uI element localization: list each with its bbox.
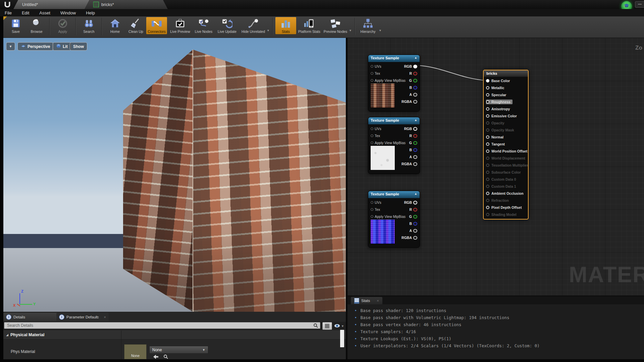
toolbar-save[interactable]: Save (5, 17, 26, 34)
property-matrix-button[interactable] (322, 322, 332, 330)
input-pin-uvs[interactable]: UVs (371, 126, 381, 131)
toolbar-home[interactable]: Home (105, 17, 125, 34)
close-icon[interactable]: × (377, 299, 379, 303)
material-pin-subsurface-color[interactable]: Subsurface Color (486, 169, 523, 176)
material-pin-custom-data-0[interactable]: Custom Data 0 (486, 176, 518, 183)
toolbar-clean-up[interactable]: Clean Up (125, 17, 146, 34)
chevron-down-icon[interactable]: ▾ (379, 22, 381, 32)
input-pin-apply-view-mipbias[interactable]: Apply View MipBias (371, 78, 406, 83)
texture-sample-node-bricks[interactable]: Texture Sample▲UVsTexApply View MipBiasR… (368, 55, 420, 112)
output-pin-r[interactable]: R (409, 71, 417, 76)
collapse-icon[interactable]: ▲ (414, 56, 417, 59)
stats-tab[interactable]: Stats × (351, 297, 382, 304)
section-physical-material[interactable]: ◢ Physical Material (3, 330, 346, 340)
material-pin-world-position-offset[interactable]: World Position Offset (486, 147, 529, 155)
toolbar-live-update[interactable]: Live Update (214, 17, 240, 34)
output-pin-rgba[interactable]: RGBA (401, 161, 417, 167)
collapse-icon[interactable]: ▲ (414, 192, 417, 195)
lit-button[interactable]: Lit (53, 42, 71, 51)
collapse-icon[interactable]: ▲ (414, 118, 417, 122)
menu-edit[interactable]: Edit (22, 10, 29, 15)
output-pin-rgba[interactable]: RGBA (401, 99, 417, 104)
material-pin-ambient-occlusion[interactable]: Ambient Occlusion (486, 190, 526, 197)
output-pin-b[interactable]: B (409, 85, 417, 90)
phys-material-dropdown[interactable]: None ▼ (149, 346, 208, 354)
input-pin-tex[interactable]: Tex (371, 133, 380, 138)
menu-window[interactable]: Window (60, 10, 76, 15)
tab-details[interactable]: i Details × (3, 313, 61, 321)
output-pin-g[interactable]: G (409, 140, 417, 145)
material-pin-custom-data-1[interactable]: Custom Data 1 (486, 183, 518, 190)
window-tab-bricks[interactable]: bricks* (85, 0, 168, 9)
output-pin-a[interactable]: A (409, 228, 417, 233)
toolbar-hierarchy[interactable]: Hierarchy (358, 17, 378, 34)
viewport-options-dropdown[interactable]: ▼ (6, 42, 15, 51)
toolbar-search[interactable]: Search (78, 17, 99, 34)
node-header[interactable]: Texture Sample▲ (368, 117, 420, 124)
material-pin-anisotropy[interactable]: Anisotropy (486, 105, 512, 112)
material-result-node-bricks[interactable]: bricks Base ColorMetallicSpecularRoughne… (483, 70, 529, 220)
menu-file[interactable]: File (5, 10, 12, 15)
material-pin-base-color[interactable]: Base Color (486, 77, 512, 84)
output-pin-g[interactable]: G (409, 214, 417, 219)
toolbar-platform-stats[interactable]: Platform Stats (296, 17, 322, 34)
toolbar-live-nodes[interactable]: Live Nodes (193, 17, 214, 34)
chevron-down-icon[interactable]: ▾ (267, 22, 269, 32)
input-pin-uvs[interactable]: UVs (371, 64, 381, 69)
material-pin-refraction[interactable]: Refraction (486, 197, 511, 204)
node-header[interactable]: bricks (484, 70, 528, 77)
texture-sample-node-normal[interactable]: Texture Sample▲UVsTexApply View MipBiasR… (368, 191, 420, 248)
phys-material-thumbnail[interactable]: None (124, 344, 147, 359)
node-header[interactable]: Texture Sample▲ (368, 55, 420, 62)
material-pin-opacity[interactable]: Opacity (486, 119, 506, 126)
input-pin-tex[interactable]: Tex (371, 207, 380, 212)
output-pin-rgba[interactable]: RGBA (401, 235, 417, 240)
panel-splitter[interactable] (346, 38, 347, 359)
material-pin-specular[interactable]: Specular (486, 91, 508, 98)
output-pin-rgb[interactable]: RGB (404, 200, 417, 205)
menu-asset[interactable]: Asset (39, 10, 50, 15)
perspective-button[interactable]: Perspective (17, 42, 53, 51)
toolbar-browse[interactable]: Browse (26, 17, 47, 34)
input-pin-tex[interactable]: Tex (371, 71, 380, 76)
view-options-button[interactable]: ▼ (334, 323, 344, 329)
output-pin-rgb[interactable]: RGB (404, 126, 417, 131)
material-pin-emissive-color[interactable]: Emissive Color (486, 112, 519, 119)
toolbar-preview-nodes[interactable]: Preview Nodes (322, 17, 348, 34)
column-divider[interactable] (121, 330, 121, 359)
material-pin-roughness[interactable]: Roughness (486, 98, 513, 105)
preview-viewport[interactable]: ▼ Perspective Lit Show Z Y X (3, 38, 346, 312)
output-pin-a[interactable]: A (409, 92, 417, 97)
chevron-down-icon[interactable]: ▾ (350, 22, 351, 32)
tab-parameter-defaults[interactable]: i Parameter Defaults × (56, 313, 109, 321)
toolbar-live-preview[interactable]: Live Preview (167, 17, 193, 34)
output-pin-r[interactable]: R (409, 133, 417, 138)
material-pin-metallic[interactable]: Metallic (486, 84, 506, 91)
node-header[interactable]: Texture Sample▲ (368, 191, 420, 198)
material-pin-tessellation-multiplier[interactable]: Tessellation Multiplier (486, 162, 530, 169)
material-pin-opacity-mask[interactable]: Opacity Mask (486, 126, 516, 133)
minimize-button[interactable]: — (635, 1, 644, 8)
material-graph-panel[interactable]: MATERIAL Zo bricks Base ColorMetallicSpe… (347, 38, 644, 296)
show-button[interactable]: Show (70, 42, 87, 51)
material-pin-world-displacement[interactable]: World Displacement (486, 155, 527, 162)
output-pin-a[interactable]: A (409, 154, 417, 160)
input-pin-apply-view-mipbias[interactable]: Apply View MipBias (371, 214, 406, 219)
output-pin-g[interactable]: G (409, 78, 417, 83)
material-pin-tangent[interactable]: Tangent (486, 140, 507, 147)
menu-help[interactable]: Help (86, 10, 95, 15)
toolbar-connectors[interactable]: Connectors (146, 17, 167, 34)
material-pin-pixel-depth-offset[interactable]: Pixel Depth Offset (486, 204, 524, 211)
material-pin-normal[interactable]: Normal (486, 133, 505, 140)
toolbar-stats[interactable]: Stats (275, 17, 296, 34)
input-pin-uvs[interactable]: UVs (371, 200, 381, 205)
search-input[interactable] (4, 322, 320, 329)
output-pin-r[interactable]: R (409, 207, 417, 212)
texture-sample-node-roughness[interactable]: Texture Sample▲UVsTexApply View MipBiasR… (368, 117, 420, 174)
output-pin-b[interactable]: B (409, 221, 417, 226)
output-pin-rgb[interactable]: RGB (404, 64, 417, 69)
input-pin-apply-view-mipbias[interactable]: Apply View MipBias (371, 140, 406, 145)
output-pin-b[interactable]: B (409, 147, 417, 153)
close-icon[interactable]: × (104, 315, 106, 319)
material-pin-shading-model[interactable]: Shading Model (486, 211, 519, 218)
